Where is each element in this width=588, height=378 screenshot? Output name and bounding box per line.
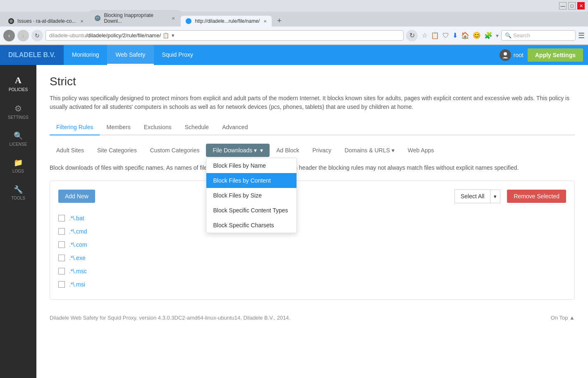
select-all-button[interactable]: Select All [454, 189, 491, 203]
file-link-2[interactable]: .*\.com [69, 241, 87, 248]
section-description: Block downloads of files with specific n… [50, 164, 575, 172]
refresh-button[interactable]: ↻ [31, 30, 43, 41]
primary-tabs: Filtering Rules Members Exclusions Sched… [50, 120, 575, 135]
file-checkbox-0[interactable] [58, 215, 65, 222]
nav-squid-proxy[interactable]: Squid Proxy [154, 45, 201, 65]
bookmark-dialog-icon[interactable]: 📋 [163, 32, 169, 39]
list-item: .*\.exe [58, 251, 566, 265]
right-toolbar: Select All ▾ Remove Selected [454, 189, 566, 203]
menu-dropdown-icon[interactable]: ▾ [496, 32, 499, 39]
nav-monitoring[interactable]: Monitoring [64, 45, 107, 65]
download-icon[interactable]: ⬇ [452, 31, 458, 39]
shield-icon[interactable]: 🛡 [442, 32, 449, 39]
select-all-group: Select All ▾ [454, 189, 501, 203]
hamburger-menu[interactable]: ☰ [578, 31, 585, 40]
file-link-1[interactable]: .*\.cmd [69, 228, 87, 235]
minimize-button[interactable]: — [559, 2, 566, 10]
close-button[interactable]: ✕ [577, 2, 585, 10]
dropdown-block-by-size[interactable]: Block Files by Size [206, 188, 296, 203]
dropdown-block-by-name[interactable]: Block Files by Name [206, 158, 296, 173]
tab-close-3[interactable]: ✕ [263, 18, 267, 24]
sidebar-item-license[interactable]: 🔍 LICENSE [0, 125, 36, 152]
tab-site-categories[interactable]: Site Categories [91, 144, 143, 157]
tab-close-2[interactable]: ✕ [171, 15, 176, 21]
person-icon[interactable]: 😊 [473, 31, 481, 39]
search-placeholder: Search [513, 32, 530, 39]
sidebar-item-policies[interactable]: A POLICIES [0, 69, 36, 98]
reload-button[interactable]: ↻ [406, 30, 418, 41]
list-item: .*\.bat [58, 212, 566, 225]
file-checkbox-4[interactable] [58, 268, 65, 274]
dropdown-block-by-content[interactable]: Block Files by Content [206, 173, 296, 188]
tab-adult-sites[interactable]: Adult Sites [50, 144, 91, 157]
file-checkbox-5[interactable] [58, 281, 65, 288]
dropdown-block-charsets[interactable]: Block Specific Charsets [206, 218, 296, 233]
nav-items: Monitoring Web Safety Squid Proxy [64, 45, 201, 65]
tab-filtering-rules[interactable]: Filtering Rules [50, 120, 100, 135]
sidebar-item-tools[interactable]: 🔧 TOOLS [0, 179, 36, 206]
file-downloads-dropdown: Block Files by Name Block Files by Conte… [206, 158, 297, 233]
domains-chevron: ▾ [392, 147, 394, 154]
file-link-3[interactable]: .*\.exe [69, 255, 86, 261]
tab-custom-categories[interactable]: Custom Categories [143, 144, 206, 157]
apply-settings-button[interactable]: Apply Settings [528, 48, 583, 62]
tab-bar: Issues · ra-at-diladele-co... ✕ 🛡 Blocki… [0, 12, 588, 26]
title-bar-buttons: — □ ✕ [559, 2, 585, 10]
browser-tab-3[interactable]: http://diladele...rule/file/name/ ✕ [181, 16, 272, 26]
tab-label-1: Issues · ra-at-diladele-co... [17, 18, 76, 24]
logs-icon: 📁 [14, 158, 23, 167]
file-checkbox-1[interactable] [58, 228, 65, 235]
list-item: .*\.com [58, 238, 566, 251]
bookmark-dropdown-icon[interactable]: ▾ [172, 32, 174, 39]
back-button[interactable]: ‹ [3, 30, 15, 41]
clipboard-icon[interactable]: 📋 [431, 31, 439, 39]
nav-web-safety[interactable]: Web Safety [107, 45, 153, 65]
forward-button[interactable]: › [17, 30, 29, 41]
file-link-0[interactable]: .*\.bat [69, 215, 84, 222]
tab-domains-urls[interactable]: Domains & URLS ▾ [338, 144, 401, 157]
content-area: A POLICIES ⚙ SETTINGS 🔍 LICENSE 📁 LOGS 🔧… [0, 65, 588, 378]
list-item: .*\.cmd [58, 225, 566, 238]
tab-exclusions[interactable]: Exclusions [137, 120, 178, 135]
add-new-button[interactable]: Add New [58, 190, 95, 203]
select-all-chevron-button[interactable]: ▾ [490, 190, 500, 203]
settings-icon: ⚙ [14, 104, 22, 113]
tab-privacy[interactable]: Privacy [306, 144, 338, 157]
sidebar-item-settings[interactable]: ⚙ SETTINGS [0, 98, 36, 125]
dropdown-block-content-types[interactable]: Block Specific Content Types [206, 203, 296, 218]
tab-close-1[interactable]: ✕ [79, 18, 85, 24]
star-icon[interactable]: ☆ [422, 31, 428, 39]
sidebar-item-label-policies: POLICIES [9, 87, 28, 92]
file-link-4[interactable]: .*\.msc [69, 268, 87, 274]
home-icon[interactable]: 🏠 [461, 31, 469, 39]
on-top-button[interactable]: On Top ▲ [551, 315, 575, 321]
top-nav: DILADELE B.V. Monitoring Web Safety Squi… [0, 45, 588, 65]
tab-file-downloads[interactable]: File Downloads ▾ Block Files by Name Blo… [206, 144, 270, 157]
tab-schedule[interactable]: Schedule [178, 120, 215, 135]
browser-tab-1[interactable]: Issues · ra-at-diladele-co... ✕ [3, 16, 90, 26]
file-link-5[interactable]: .*\.msi [69, 281, 85, 288]
browser-tab-2[interactable]: 🛡 Blocking Inappropriate Downl... ✕ [90, 10, 181, 26]
tab-favicon-1 [8, 18, 14, 24]
tab-label-2: Blocking Inappropriate Downl... [104, 12, 167, 24]
sidebar: A POLICIES ⚙ SETTINGS 🔍 LICENSE 📁 LOGS 🔧… [0, 65, 36, 378]
tab-members[interactable]: Members [100, 120, 137, 135]
footer: Diladele Web Safety for Squid Proxy, ver… [50, 308, 575, 321]
search-bar[interactable]: 🔍 Search [501, 30, 576, 41]
search-icon: 🔍 [505, 32, 512, 39]
file-checkbox-3[interactable] [58, 255, 65, 261]
file-downloads-chevron: ▾ [254, 147, 257, 154]
remove-selected-button[interactable]: Remove Selected [507, 190, 566, 203]
tab-ad-block[interactable]: Ad Block [270, 144, 306, 157]
url-icons: 📋 ▾ [163, 32, 174, 39]
tab-advanced[interactable]: Advanced [215, 120, 254, 135]
sidebar-item-logs[interactable]: 📁 LOGS [0, 152, 36, 179]
new-tab-button[interactable]: + [273, 15, 285, 26]
footer-text: Diladele Web Safety for Squid Proxy, ver… [50, 315, 290, 321]
file-checkbox-2[interactable] [58, 241, 65, 248]
tab-web-apps[interactable]: Web Apps [401, 144, 441, 157]
maximize-button[interactable]: □ [568, 2, 576, 10]
puzzle-icon[interactable]: 🧩 [484, 31, 492, 39]
brand-text: DILADELE B.V. [8, 51, 55, 59]
url-bar[interactable]: diladele-ubuntu /diladele/policy/2/rule/… [45, 30, 404, 41]
